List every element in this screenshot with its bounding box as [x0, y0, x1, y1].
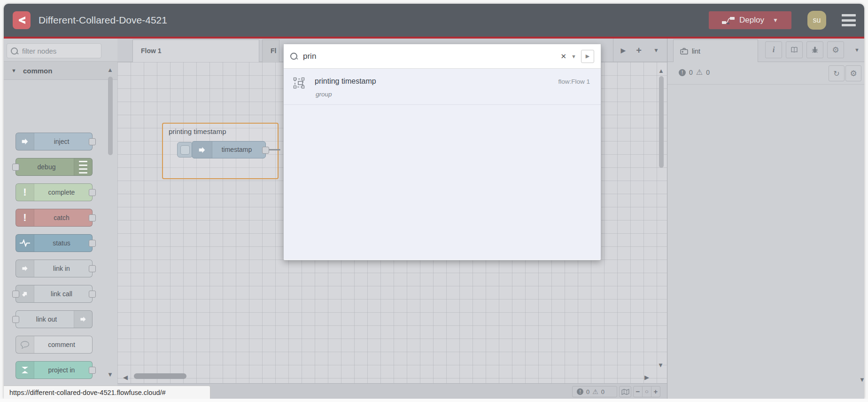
- result-title: printing timestamp: [315, 77, 376, 86]
- search-results-list: printing timestamp flow:Flow 1 group: [284, 69, 601, 260]
- right-sidebar: lint i ⚙ ▼ ! 0: [667, 39, 864, 399]
- sidebar-tab-label: lint: [692, 47, 700, 55]
- editor-header: Different-Collared-Dove-4521 Deploy ▼ su: [4, 4, 864, 37]
- sidebar-scroll-down-arrow[interactable]: ▼: [859, 377, 864, 383]
- output-port[interactable]: [89, 240, 96, 247]
- search-result-row[interactable]: printing timestamp flow:Flow 1 group: [284, 69, 601, 105]
- output-port[interactable]: [89, 189, 96, 196]
- error-icon: !: [577, 388, 583, 395]
- lint-refresh-button[interactable]: ↻: [829, 65, 845, 81]
- canvas-scroll-right-arrow[interactable]: ▶: [644, 374, 649, 380]
- canvas-scroll-left-arrow[interactable]: ◀: [123, 374, 128, 380]
- input-port[interactable]: [12, 291, 19, 298]
- tabs-scroll-right-button[interactable]: ▶: [616, 39, 630, 62]
- palette-node-link-call[interactable]: link call: [16, 285, 93, 303]
- node-label: link out: [19, 311, 74, 328]
- menu-bar: [842, 24, 856, 26]
- palette-node-link-in[interactable]: link in: [16, 260, 93, 277]
- tab-flow-1[interactable]: Flow 1: [132, 39, 259, 62]
- palette-node-debug[interactable]: debug: [16, 158, 93, 176]
- node-palette: ▼ common inject debug ! complete ! catch: [4, 39, 118, 399]
- navigator-map-button[interactable]: [619, 386, 631, 397]
- palette-scroll-down-arrow[interactable]: ▼: [107, 371, 113, 378]
- flow-list-button[interactable]: ▼: [649, 39, 663, 62]
- inject-trigger-button[interactable]: [177, 142, 193, 158]
- user-avatar[interactable]: su: [807, 11, 826, 30]
- palette-node-project-in[interactable]: project in: [16, 361, 93, 379]
- zoom-controls: − ○ +: [633, 386, 660, 397]
- palette-category-common[interactable]: ▼ common: [4, 61, 117, 80]
- settings-gear-tab-button[interactable]: ⚙: [827, 41, 844, 58]
- canvas-scroll-up-arrow[interactable]: ▲: [658, 68, 664, 74]
- zoom-out-button[interactable]: −: [634, 386, 642, 397]
- search-options-dropdown-icon[interactable]: ▼: [571, 54, 576, 59]
- palette-node-complete[interactable]: ! complete: [16, 183, 93, 201]
- deploy-button[interactable]: Deploy ▼: [709, 11, 791, 29]
- browser-window: Different-Collared-Dove-4521 Deploy ▼ su: [4, 4, 864, 399]
- browser-status-url-tooltip: https://different-collared-dove-4521.flo…: [4, 386, 210, 399]
- error-icon: !: [679, 69, 686, 76]
- canvas-vscrollbar-thumb[interactable]: [659, 76, 664, 168]
- output-port[interactable]: [89, 138, 96, 145]
- palette-node-link-out[interactable]: link out: [16, 310, 93, 328]
- node-label: link in: [34, 260, 89, 277]
- search-input[interactable]: [302, 51, 556, 62]
- inject-arrow-icon: [16, 133, 34, 150]
- palette-node-comment[interactable]: comment: [16, 336, 93, 354]
- canvas-node-timestamp[interactable]: timestamp: [192, 141, 266, 158]
- avatar-initials: su: [813, 16, 821, 24]
- palette-scroll-up-arrow[interactable]: ▲: [107, 67, 113, 73]
- menu-bar: [842, 19, 856, 22]
- input-port[interactable]: [12, 316, 19, 323]
- output-port[interactable]: [89, 214, 96, 221]
- inject-arrow-icon: [192, 142, 212, 158]
- link-icon: [16, 260, 34, 277]
- node-label: inject: [34, 133, 89, 150]
- palette-node-catch[interactable]: ! catch: [16, 209, 93, 227]
- palette-scrollbar-thumb[interactable]: [108, 77, 113, 155]
- output-port[interactable]: [89, 291, 96, 298]
- search-input-row: ✕ ▼ ▶: [284, 44, 601, 69]
- node-label: debug: [19, 158, 74, 175]
- clear-search-icon[interactable]: ✕: [561, 52, 567, 61]
- debug-bug-tab-button[interactable]: [806, 41, 823, 58]
- window-bottom-edge: [0, 399, 868, 402]
- search-icon: [290, 53, 297, 60]
- tab-flow-2-partial[interactable]: Fl: [262, 39, 279, 62]
- node-label: complete: [34, 184, 89, 201]
- palette-filter[interactable]: [7, 43, 101, 58]
- flowfuse-logo-glyph: [16, 15, 27, 26]
- error-count: 0: [586, 388, 589, 395]
- canvas-scroll-down-arrow[interactable]: ▼: [658, 362, 664, 368]
- lint-counts: ! 0 ⚠ 0: [679, 69, 710, 76]
- node-label: status: [34, 235, 89, 252]
- info-tab-button[interactable]: i: [765, 41, 782, 58]
- chevron-down-icon: ▼: [11, 68, 16, 73]
- canvas-issues-counter[interactable]: ! 0 ⚠ 0: [572, 386, 617, 397]
- output-port[interactable]: [89, 367, 96, 374]
- lint-settings-button[interactable]: ⚙: [845, 65, 861, 81]
- sidebar-tab-lint[interactable]: lint: [673, 39, 758, 62]
- warning-count: 0: [601, 388, 604, 395]
- output-port[interactable]: [262, 147, 269, 154]
- zoom-in-button[interactable]: +: [651, 386, 660, 397]
- add-flow-button[interactable]: +: [632, 39, 646, 62]
- map-icon: [621, 389, 629, 395]
- palette-filter-input[interactable]: [21, 47, 93, 55]
- input-port[interactable]: [12, 164, 19, 171]
- node-label: catch: [34, 209, 89, 226]
- zoom-reset-button[interactable]: ○: [643, 386, 651, 397]
- tabbar-divider: [613, 39, 613, 62]
- node-label: comment: [34, 336, 89, 353]
- flowfuse-logo-icon[interactable]: [13, 11, 31, 29]
- output-port[interactable]: [89, 265, 96, 272]
- lint-warning-count: 0: [706, 69, 710, 76]
- canvas-hscrollbar-thumb[interactable]: [134, 373, 186, 379]
- sidebar-tabs-dropdown-icon[interactable]: ▼: [854, 47, 860, 53]
- main-menu-button[interactable]: [842, 14, 856, 26]
- search-next-button[interactable]: ▶: [581, 50, 594, 63]
- help-book-tab-button[interactable]: [786, 41, 803, 58]
- palette-node-status[interactable]: status: [16, 234, 93, 252]
- palette-node-inject[interactable]: inject: [16, 133, 93, 150]
- deploy-dropdown-icon[interactable]: ▼: [773, 17, 778, 24]
